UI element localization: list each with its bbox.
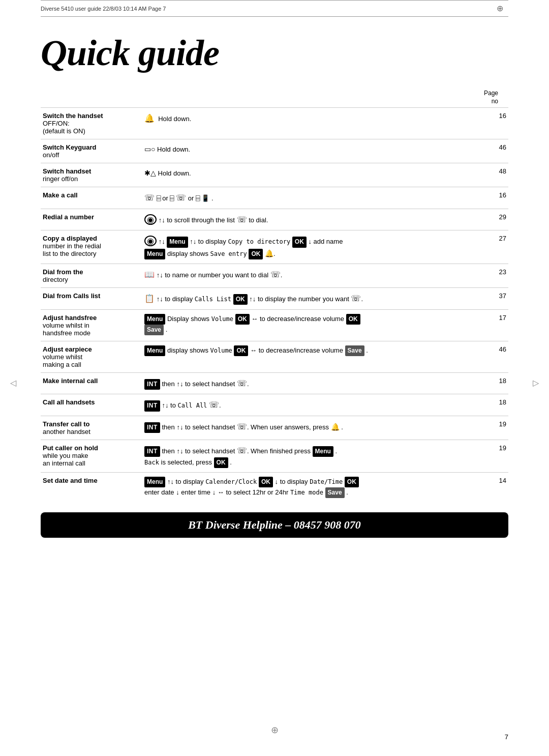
page-title: Quick guide — [41, 32, 508, 74]
row-label: Dial from thedirectory — [41, 264, 142, 288]
row-description: 🔔 Hold down. — [142, 108, 483, 139]
row-label: Switch the handsetOFF/ON:(default is ON) — [41, 108, 142, 139]
table-row: Set date and timeMenu ↑↓ to display Cale… — [41, 472, 508, 502]
row-description: ◉ ↑↓ Menu ↑↓ to display Copy to director… — [142, 230, 483, 264]
row-description: ✱△ Hold down. — [142, 163, 483, 187]
table-row: Copy a displayednumber in the rediallist… — [41, 230, 508, 264]
row-page-number: 16 — [483, 108, 508, 139]
table-row: Transfer call toanother handsetINT then … — [41, 416, 508, 440]
row-label: Adjust earpiecevolume whilstmaking a cal… — [41, 341, 142, 372]
margin-mark-right: ▷ — [533, 378, 539, 388]
row-description: INT then ↑↓ to select handset ☏. When us… — [142, 416, 483, 440]
row-page-number: 17 — [483, 309, 508, 341]
table-row: Adjust earpiecevolume whilstmaking a cal… — [41, 341, 508, 372]
row-label: Dial from Calls list — [41, 288, 142, 310]
row-description: Menu ↑↓ to display Calender/Clock OK ↓ t… — [142, 472, 483, 502]
crosshair-bottom: ⊕ — [271, 724, 279, 736]
guide-table: Switch the handsetOFF/ON:(default is ON)… — [41, 107, 508, 502]
row-page-number: 18 — [483, 394, 508, 416]
table-row: Redial a number◉ ↑↓ to scroll through th… — [41, 209, 508, 230]
row-description: Menu Display shows Volume OK ↔ to decrea… — [142, 309, 483, 341]
row-description: INT then ↑↓ to select handset ☏. — [142, 372, 483, 394]
table-row: Adjust handsfreevolume whilst inhandsfre… — [41, 309, 508, 341]
row-page-number: 46 — [483, 341, 508, 372]
row-label: Put caller on holdwhile you makean inter… — [41, 440, 142, 472]
helpline-text: BT Diverse Helpline – 08457 908 070 — [188, 518, 361, 531]
top-bar: Diverse 5410 user guide 22/8/03 10:14 AM… — [41, 0, 508, 17]
table-row: Switch Keyguardon/off▭○ Hold down.46 — [41, 139, 508, 163]
page-no-header: Page no — [41, 90, 508, 105]
table-row: Make a call☏ ⌸ or ⌸ ☏ or ⌸ 📱 .16 — [41, 187, 508, 209]
row-label: Copy a displayednumber in the rediallist… — [41, 230, 142, 264]
row-description: 📋 ↑↓ to display Calls List OK ↑↓ to disp… — [142, 288, 483, 310]
row-page-number: 29 — [483, 209, 508, 230]
row-page-number: 19 — [483, 440, 508, 472]
table-row: Switch handsetringer off/on✱△ Hold down.… — [41, 163, 508, 187]
table-row: Call all handsetsINT ↑↓ to Call All ☏.18 — [41, 394, 508, 416]
table-row: Put caller on holdwhile you makean inter… — [41, 440, 508, 472]
row-label: Switch Keyguardon/off — [41, 139, 142, 163]
row-description: Menu display shows Volume OK ↔ to decrea… — [142, 341, 483, 372]
row-label: Adjust handsfreevolume whilst inhandsfre… — [41, 309, 142, 341]
row-page-number: 16 — [483, 187, 508, 209]
row-label: Make a call — [41, 187, 142, 209]
row-label: Transfer call toanother handset — [41, 416, 142, 440]
row-description: ◉ ↑↓ to scroll through the list ☏ to dia… — [142, 209, 483, 230]
row-page-number: 14 — [483, 472, 508, 502]
page-no-header-text: Page no — [484, 90, 498, 105]
row-page-number: 18 — [483, 372, 508, 394]
row-page-number: 23 — [483, 264, 508, 288]
page-wrapper: Diverse 5410 user guide 22/8/03 10:14 AM… — [0, 0, 549, 756]
row-page-number: 19 — [483, 416, 508, 440]
table-row: Make internal callINT then ↑↓ to select … — [41, 372, 508, 394]
row-label: Set date and time — [41, 472, 142, 502]
row-page-number: 37 — [483, 288, 508, 310]
table-row: Switch the handsetOFF/ON:(default is ON)… — [41, 108, 508, 139]
row-label: Make internal call — [41, 372, 142, 394]
crosshair-top: ⊕ — [497, 4, 503, 13]
helpline-bar: BT Diverse Helpline – 08457 908 070 — [41, 512, 508, 538]
top-bar-text: Diverse 5410 user guide 22/8/03 10:14 AM… — [41, 6, 492, 12]
row-description: INT ↑↓ to Call All ☏. — [142, 394, 483, 416]
table-row: Dial from Calls list📋 ↑↓ to display Call… — [41, 288, 508, 310]
page-number-bottom: 7 — [505, 733, 508, 741]
row-description: ▭○ Hold down. — [142, 139, 483, 163]
row-label: Redial a number — [41, 209, 142, 230]
row-description: ☏ ⌸ or ⌸ ☏ or ⌸ 📱 . — [142, 187, 483, 209]
row-description: 📖 ↑↓ to name or number you want to dial … — [142, 264, 483, 288]
row-description: INT then ↑↓ to select handset ☏. When fi… — [142, 440, 483, 472]
margin-mark-left: ◁ — [10, 378, 16, 388]
row-label: Call all handsets — [41, 394, 142, 416]
row-page-number: 27 — [483, 230, 508, 264]
row-page-number: 48 — [483, 163, 508, 187]
row-label: Switch handsetringer off/on — [41, 163, 142, 187]
table-row: Dial from thedirectory📖 ↑↓ to name or nu… — [41, 264, 508, 288]
row-page-number: 46 — [483, 139, 508, 163]
